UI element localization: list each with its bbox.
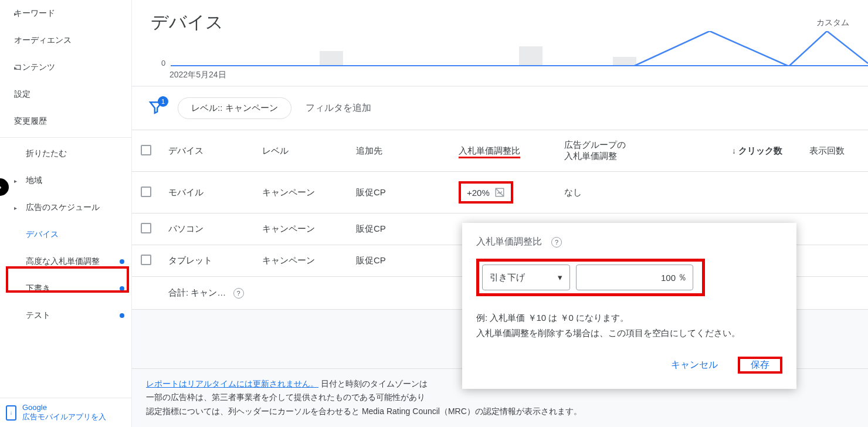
add-filter-button[interactable]: フィルタを追加	[306, 102, 371, 114]
cell-group-adj: なし	[556, 172, 673, 214]
col-added-to[interactable]: 追加先	[348, 130, 450, 172]
sort-desc-icon: ↓	[732, 146, 736, 155]
table-row[interactable]: モバイル キャンペーン 販促CP +20% なし	[132, 172, 868, 214]
col-impressions[interactable]: 表示回数	[791, 130, 868, 172]
cell-level: キャンペーン	[254, 245, 348, 277]
row-checkbox[interactable]	[141, 187, 151, 197]
page-title: デバイス	[151, 11, 223, 35]
sidebar-item-label: コンテンツ	[14, 62, 55, 73]
select-all-checkbox[interactable]	[141, 145, 151, 155]
percent-input-wrap: ％	[576, 265, 693, 290]
cell-level: キャンペーン	[254, 214, 348, 245]
promo-line2: 広告モバイルアプリを入	[22, 412, 106, 422]
bid-adjust-popover: 入札単価調整比 ? 引き下げ ▾ ％ 例: 入札単価 ￥10 は ￥0 になりま…	[462, 223, 796, 389]
cell-added: 販促CP	[348, 214, 450, 245]
chart-ghost-bar	[519, 46, 542, 66]
sidebar-item-devices[interactable]: デバイス	[0, 221, 131, 248]
highlight-annotation: 引き下げ ▾ ％	[476, 259, 705, 296]
sidebar-item-audience[interactable]: オーディエンス	[0, 27, 131, 54]
cell-bid-adj[interactable]: +20%	[450, 172, 556, 214]
footer-help-link[interactable]: レポートはリアルタイムには更新されません。	[146, 379, 318, 388]
percent-input[interactable]	[605, 273, 676, 283]
sidebar-item-history[interactable]: 変更履歴	[0, 108, 131, 135]
sidebar-item-label: 折りたたむ	[26, 148, 67, 159]
sidebar-item-ad-schedule[interactable]: ▸ 広告のスケジュール	[0, 194, 131, 221]
phone-icon: ↓	[6, 405, 16, 421]
filter-bar: 1 レベル:: キャンペーン フィルタを追加	[132, 86, 868, 130]
col-level[interactable]: レベル	[254, 130, 348, 172]
cell-impressions	[791, 245, 868, 277]
cancel-button[interactable]: キャンセル	[665, 354, 724, 376]
filter-icon[interactable]: 1	[148, 100, 164, 117]
col-group-bid-adj[interactable]: 広告グループの 入札単価調整	[556, 130, 673, 172]
cell-device: モバイル	[160, 172, 254, 214]
popover-title: 入札単価調整比 ?	[476, 236, 782, 248]
sidebar-item-settings[interactable]: 設定	[0, 81, 131, 108]
sidebar-item-collapse[interactable]: 折りたたむ	[0, 140, 131, 167]
sidebar-item-label: 下書き	[26, 283, 50, 294]
sidebar-item-label: デバイス	[26, 229, 59, 240]
chart-x-label: 2022年5月24日	[169, 70, 226, 80]
sidebar-item-label: 地域	[26, 175, 42, 186]
row-checkbox[interactable]	[141, 255, 151, 265]
chart-ghost-bar	[320, 51, 343, 66]
cell-added: 販促CP	[348, 172, 450, 214]
chart-line	[633, 31, 868, 66]
sidebar-item-advanced-bid[interactable]: 高度な入札単価調整	[0, 248, 131, 275]
cell-device: タブレット	[160, 245, 254, 277]
sidebar-item-label: 広告のスケジュール	[26, 202, 100, 213]
sidebar-item-experiments[interactable]: テスト	[0, 302, 131, 329]
cell-level: キャンペーン	[254, 172, 348, 214]
sidebar-item-label: 設定	[14, 89, 30, 100]
col-clicks[interactable]: ↓クリック数	[673, 130, 791, 172]
cell-impressions	[791, 172, 868, 214]
caret-right-icon: ▸	[14, 11, 17, 17]
sidebar-item-label: キーワード	[14, 8, 55, 19]
sidebar-item-label: テスト	[26, 310, 50, 321]
col-device[interactable]: デバイス	[160, 130, 254, 172]
cell-added: 販促CP	[348, 245, 450, 277]
cell-clicks	[673, 172, 791, 214]
help-icon[interactable]: ?	[233, 288, 244, 299]
filter-count-badge: 1	[158, 96, 168, 107]
mobile-app-promo[interactable]: ↓ Google 広告モバイルアプリを入	[0, 398, 131, 427]
chart-area: 0 2022年5月24日	[132, 37, 868, 85]
sidebar-item-content[interactable]: ▸ コンテンツ	[0, 54, 131, 81]
popover-description: 例: 入札単価 ￥10 は ￥0 になります。 入札単価調整を削除する場合は、こ…	[476, 310, 782, 340]
custom-link[interactable]: カスタム	[816, 18, 849, 28]
percent-suffix: ％	[678, 272, 687, 283]
caret-right-icon: ▸	[14, 205, 17, 211]
table-header-row: デバイス レベル 追加先 入札単価調整比 広告グループの 入札単価調整 ↓クリッ…	[132, 130, 868, 172]
no-image-icon	[494, 187, 505, 198]
cell-device: パソコン	[160, 214, 254, 245]
caret-right-icon: ▸	[14, 65, 17, 71]
blue-dot-icon	[120, 286, 124, 291]
sidebar: › ▸ キーワード オーディエンス ▸ コンテンツ 設定 変更履歴 折りたたむ …	[0, 0, 132, 427]
sidebar-item-label: 変更履歴	[14, 116, 47, 127]
direction-select[interactable]: 引き下げ ▾	[482, 265, 570, 290]
sidebar-item-drafts[interactable]: 下書き	[0, 275, 131, 302]
footer-line3: 認定指標については、列ヘッダーにカーソルを合わせると Media Rating …	[146, 405, 854, 419]
cell-impressions	[791, 214, 868, 245]
sidebar-item-label: オーディエンス	[14, 35, 72, 46]
sidebar-item-label: 高度な入札単価調整	[26, 256, 100, 267]
footer-line2: 一部の広告枠は、第三者事業者を介して提供されたものである可能性があり	[146, 391, 854, 405]
caret-right-icon: ▸	[14, 178, 17, 184]
filter-chip-level[interactable]: レベル:: キャンペーン	[178, 97, 291, 119]
promo-line1: Google	[22, 403, 106, 412]
sidebar-item-keywords[interactable]: ▸ キーワード	[0, 0, 131, 27]
total-label: 合計: キャン…	[168, 287, 226, 297]
sidebar-item-locations[interactable]: ▸ 地域	[0, 167, 131, 194]
chevron-down-icon: ▾	[558, 272, 562, 283]
blue-dot-icon	[120, 259, 124, 264]
save-button[interactable]: 保存	[740, 355, 780, 374]
main: デバイス カスタム 0 2022年5月24日 1 レベル:: キャンペーン フィ…	[132, 0, 868, 427]
chart-y-zero: 0	[161, 59, 165, 67]
help-icon[interactable]: ?	[551, 237, 562, 248]
row-checkbox[interactable]	[141, 223, 151, 233]
blue-dot-icon	[120, 313, 124, 318]
col-bid-adj[interactable]: 入札単価調整比	[450, 130, 556, 172]
